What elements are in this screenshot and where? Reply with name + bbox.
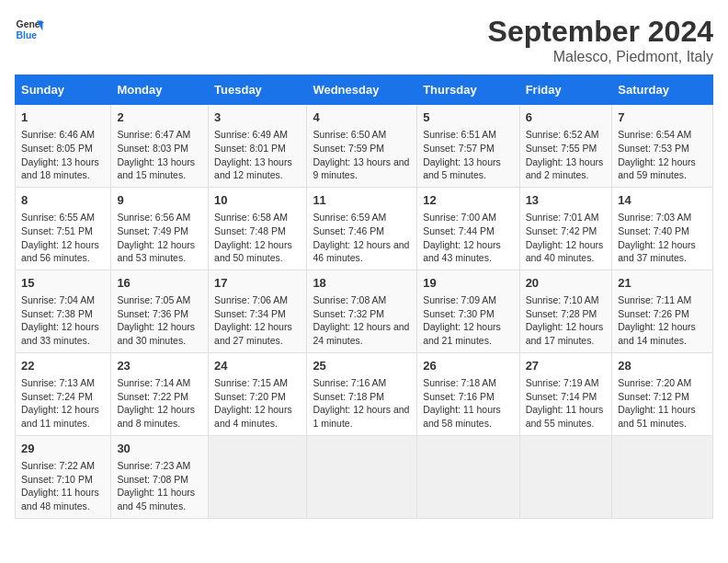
sunset-label: Sunset: 7:24 PM	[21, 391, 93, 402]
day-number: 4	[313, 109, 411, 126]
sunset-label: Sunset: 7:20 PM	[214, 391, 286, 402]
day-number: 15	[21, 275, 105, 292]
day-cell: 4 Sunrise: 6:50 AM Sunset: 7:59 PM Dayli…	[307, 105, 417, 188]
calendar-table: Sunday Monday Tuesday Wednesday Thursday…	[15, 75, 713, 519]
header-saturday: Saturday	[612, 75, 713, 105]
sunrise-label: Sunrise: 7:14 AM	[117, 377, 190, 388]
daylight-label: Daylight: 12 hours and 14 minutes.	[618, 321, 696, 346]
day-number: 28	[618, 358, 707, 374]
sunrise-label: Sunrise: 7:00 AM	[423, 212, 496, 223]
empty-cell	[209, 435, 307, 518]
day-cell: 1 Sunrise: 6:46 AM Sunset: 8:05 PM Dayli…	[16, 105, 111, 188]
day-cell: 18 Sunrise: 7:08 AM Sunset: 7:32 PM Dayl…	[307, 270, 417, 352]
day-number: 29	[21, 441, 105, 457]
sunrise-label: Sunrise: 7:23 AM	[117, 460, 190, 471]
sunrise-label: Sunrise: 6:49 AM	[214, 129, 288, 140]
day-number: 19	[423, 275, 513, 292]
sunset-label: Sunset: 7:42 PM	[526, 225, 597, 236]
daylight-label: Daylight: 12 hours and 56 minutes.	[21, 239, 99, 264]
sunset-label: Sunset: 7:49 PM	[117, 225, 188, 236]
day-number: 5	[423, 109, 513, 126]
daylight-label: Daylight: 12 hours and 27 minutes.	[214, 321, 292, 346]
daylight-label: Daylight: 12 hours and 21 minutes.	[423, 321, 501, 346]
svg-text:Blue: Blue	[17, 30, 38, 40]
sunset-label: Sunset: 7:59 PM	[313, 143, 384, 154]
day-cell: 12 Sunrise: 7:00 AM Sunset: 7:44 PM Dayl…	[417, 187, 519, 270]
daylight-label: Daylight: 11 hours and 48 minutes.	[21, 487, 99, 511]
day-number: 7	[618, 109, 707, 126]
day-cell: 22 Sunrise: 7:13 AM Sunset: 7:24 PM Dayl…	[16, 352, 111, 435]
day-number: 1	[21, 109, 105, 126]
day-number: 18	[313, 275, 411, 292]
day-cell: 26 Sunrise: 7:18 AM Sunset: 7:16 PM Dayl…	[417, 352, 519, 435]
sunrise-label: Sunrise: 6:55 AM	[21, 212, 95, 223]
sunset-label: Sunset: 7:28 PM	[526, 308, 597, 319]
day-number: 26	[423, 358, 513, 374]
day-number: 22	[21, 358, 105, 374]
sunset-label: Sunset: 7:32 PM	[313, 308, 384, 319]
sunset-label: Sunset: 7:38 PM	[21, 308, 93, 319]
sunset-label: Sunset: 8:01 PM	[214, 143, 286, 154]
empty-cell	[307, 435, 417, 518]
day-number: 9	[117, 192, 202, 209]
day-number: 27	[526, 358, 607, 374]
day-cell: 10 Sunrise: 6:58 AM Sunset: 7:48 PM Dayl…	[209, 187, 307, 270]
header-friday: Friday	[519, 75, 612, 105]
sunrise-label: Sunrise: 7:01 AM	[526, 212, 599, 223]
sunset-label: Sunset: 7:53 PM	[618, 143, 689, 154]
sunset-label: Sunset: 7:34 PM	[214, 308, 286, 319]
sunrise-label: Sunrise: 7:09 AM	[423, 294, 496, 305]
sunrise-label: Sunrise: 7:05 AM	[117, 294, 190, 305]
empty-cell	[417, 435, 519, 518]
day-number: 20	[526, 275, 607, 292]
day-number: 14	[618, 192, 707, 209]
month-title: September 2024	[488, 15, 713, 49]
sunrise-label: Sunrise: 7:19 AM	[526, 377, 599, 388]
daylight-label: Daylight: 12 hours and 8 minutes.	[117, 404, 195, 429]
daylight-label: Daylight: 13 hours and 12 minutes.	[214, 156, 292, 181]
day-cell: 2 Sunrise: 6:47 AM Sunset: 8:03 PM Dayli…	[111, 105, 209, 188]
calendar-week-row: 15 Sunrise: 7:04 AM Sunset: 7:38 PM Dayl…	[16, 270, 713, 352]
day-cell: 5 Sunrise: 6:51 AM Sunset: 7:57 PM Dayli…	[417, 105, 519, 188]
day-cell: 23 Sunrise: 7:14 AM Sunset: 7:22 PM Dayl…	[111, 352, 209, 435]
calendar-week-row: 29 Sunrise: 7:22 AM Sunset: 7:10 PM Dayl…	[16, 435, 713, 518]
sunset-label: Sunset: 7:44 PM	[423, 225, 495, 236]
day-cell: 27 Sunrise: 7:19 AM Sunset: 7:14 PM Dayl…	[519, 352, 612, 435]
sunrise-label: Sunrise: 7:20 AM	[618, 377, 691, 388]
calendar-week-row: 1 Sunrise: 6:46 AM Sunset: 8:05 PM Dayli…	[16, 105, 713, 188]
day-cell: 29 Sunrise: 7:22 AM Sunset: 7:10 PM Dayl…	[16, 435, 111, 518]
sunset-label: Sunset: 7:36 PM	[117, 308, 188, 319]
sunrise-label: Sunrise: 7:15 AM	[214, 377, 288, 388]
daylight-label: Daylight: 12 hours and 11 minutes.	[21, 404, 99, 429]
day-number: 21	[618, 275, 707, 292]
sunset-label: Sunset: 7:40 PM	[618, 225, 689, 236]
sunrise-label: Sunrise: 6:46 AM	[21, 129, 95, 140]
calendar-week-row: 8 Sunrise: 6:55 AM Sunset: 7:51 PM Dayli…	[16, 187, 713, 270]
sunrise-label: Sunrise: 7:22 AM	[21, 460, 95, 471]
location-subtitle: Malesco, Piedmont, Italy	[488, 49, 713, 65]
day-number: 24	[214, 358, 301, 374]
sunrise-label: Sunrise: 7:03 AM	[618, 212, 691, 223]
sunrise-label: Sunrise: 7:13 AM	[21, 377, 95, 388]
day-cell: 16 Sunrise: 7:05 AM Sunset: 7:36 PM Dayl…	[111, 270, 209, 352]
day-cell: 15 Sunrise: 7:04 AM Sunset: 7:38 PM Dayl…	[16, 270, 111, 352]
daylight-label: Daylight: 12 hours and 59 minutes.	[618, 156, 696, 181]
day-number: 30	[117, 441, 202, 457]
day-cell: 8 Sunrise: 6:55 AM Sunset: 7:51 PM Dayli…	[16, 187, 111, 270]
calendar-week-row: 22 Sunrise: 7:13 AM Sunset: 7:24 PM Dayl…	[16, 352, 713, 435]
day-number: 2	[117, 109, 202, 126]
sunrise-label: Sunrise: 7:06 AM	[214, 294, 288, 305]
sunset-label: Sunset: 7:08 PM	[117, 474, 188, 485]
daylight-label: Daylight: 12 hours and 30 minutes.	[117, 321, 195, 346]
header-monday: Monday	[111, 75, 209, 105]
header-sunday: Sunday	[16, 75, 111, 105]
daylight-label: Daylight: 13 hours and 5 minutes.	[423, 156, 501, 181]
day-number: 16	[117, 275, 202, 292]
sunrise-label: Sunrise: 6:54 AM	[618, 129, 691, 140]
daylight-label: Daylight: 12 hours and 53 minutes.	[117, 239, 195, 264]
sunrise-label: Sunrise: 7:18 AM	[423, 377, 496, 388]
sunrise-label: Sunrise: 6:58 AM	[214, 212, 288, 223]
day-cell: 13 Sunrise: 7:01 AM Sunset: 7:42 PM Dayl…	[519, 187, 612, 270]
daylight-label: Daylight: 13 hours and 18 minutes.	[21, 156, 99, 181]
day-cell: 21 Sunrise: 7:11 AM Sunset: 7:26 PM Dayl…	[612, 270, 713, 352]
